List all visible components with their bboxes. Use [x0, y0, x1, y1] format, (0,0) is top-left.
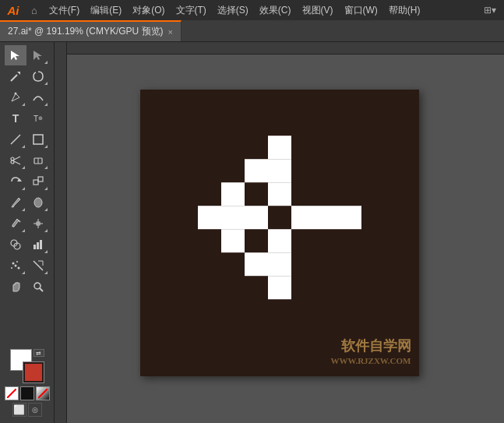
blob-brush-tool[interactable]: [27, 192, 49, 213]
pixel-r3c0: [198, 206, 221, 229]
scale-tool[interactable]: [27, 171, 49, 192]
curvature-tool[interactable]: [27, 87, 49, 108]
pixel-r1c3: [268, 159, 291, 182]
home-icon[interactable]: ⌂: [31, 5, 37, 16]
pixel-r2c2: [245, 182, 268, 206]
svg-point-8: [11, 160, 14, 164]
pixel-r0c4: [291, 136, 315, 159]
pixel-r2c1: [221, 182, 245, 206]
tool-row-transform: [0, 171, 54, 192]
svg-point-7: [11, 157, 14, 160]
menu-select[interactable]: 选择(S): [212, 2, 254, 19]
paintbrush-tool[interactable]: [5, 192, 26, 213]
pixel-r5c2: [245, 252, 268, 276]
tab-bar: 27.ai* @ 191.19% (CMYK/GPU 预览) ×: [0, 20, 504, 42]
tool-row-selection: [0, 45, 54, 65]
zoom-tool[interactable]: [27, 277, 49, 297]
line-segment-tool[interactable]: [5, 129, 26, 150]
pixel-r7c3: [268, 299, 291, 323]
pixel-r4c1: [221, 229, 245, 252]
pixel-r4c2: [245, 229, 268, 252]
svg-point-26: [12, 263, 15, 265]
stroke-fill-swatches[interactable]: ⇄: [10, 349, 44, 383]
menu-file[interactable]: 文件(F): [44, 2, 85, 19]
pixel-r3c2: [245, 206, 268, 229]
shape-builder-tool[interactable]: [5, 234, 26, 255]
selection-tool[interactable]: [5, 45, 26, 65]
pixel-r7c1: [221, 299, 245, 323]
type-tool[interactable]: T: [5, 108, 26, 129]
pixel-r3c5: [315, 206, 338, 229]
eyedropper-tool[interactable]: [5, 213, 26, 234]
pen-tool[interactable]: [5, 87, 26, 108]
svg-point-28: [15, 265, 17, 267]
chart-tool[interactable]: [27, 234, 49, 255]
none-swatch[interactable]: [5, 386, 19, 400]
swap-colors[interactable]: ⇄: [33, 349, 44, 357]
pixel-r0c3: [268, 136, 291, 159]
stroke-swatch[interactable]: [23, 361, 44, 383]
touch-type-tool[interactable]: T⊕: [27, 108, 49, 129]
mesh-tool[interactable]: [27, 213, 49, 234]
ruler-vertical: [55, 42, 67, 423]
rect-tool[interactable]: [27, 129, 49, 150]
menu-window[interactable]: 窗口(W): [339, 2, 383, 19]
slice-tool[interactable]: [27, 256, 49, 276]
view-mode-btn[interactable]: ◎: [28, 403, 42, 417]
pixel-r6c1: [221, 276, 245, 299]
svg-line-2: [11, 75, 17, 81]
svg-rect-14: [33, 180, 38, 185]
pixel-r7c6: [338, 299, 361, 323]
menu-edit[interactable]: 编辑(E): [85, 2, 127, 19]
pixel-r5c6: [338, 252, 361, 276]
workspace-switcher[interactable]: ⊞▾: [484, 5, 501, 16]
pixel-r6c5: [315, 276, 338, 299]
pixel-r7c2: [245, 299, 268, 323]
pixel-r2c5: [315, 182, 338, 206]
menu-view[interactable]: 视图(V): [297, 2, 339, 19]
svg-rect-25: [40, 240, 42, 249]
tool-row-navigate: [0, 277, 54, 297]
menu-object[interactable]: 对象(O): [127, 2, 170, 19]
watermark-line1: 软件自学网: [330, 337, 411, 355]
pixel-r0c0: [198, 136, 221, 159]
pixel-r3c3: [268, 206, 291, 229]
hand-tool[interactable]: [5, 277, 26, 297]
svg-point-32: [34, 283, 41, 289]
svg-line-10: [14, 161, 20, 164]
canvas-area: 软件自学网 WWW.RJZXW.COM: [55, 42, 504, 423]
menu-help[interactable]: 帮助(H): [383, 2, 426, 19]
pixel-r3c1: [221, 206, 245, 229]
svg-rect-24: [37, 242, 39, 249]
pixel-r2c0: [198, 182, 221, 206]
pixel-r2c6: [338, 182, 361, 206]
black-swatch[interactable]: [20, 386, 34, 400]
pixel-r4c3: [268, 229, 291, 252]
scissors-tool[interactable]: [5, 150, 26, 171]
pixel-art-canvas: [198, 136, 361, 323]
symbol-sprayer-tool[interactable]: [5, 256, 26, 276]
pixel-r0c6: [338, 136, 361, 159]
svg-point-4: [15, 93, 17, 95]
direct-selection-tool[interactable]: [27, 45, 49, 65]
eraser-tool[interactable]: [27, 150, 49, 171]
pixel-r5c4: [291, 252, 315, 276]
change-screen-mode[interactable]: ⬜: [12, 403, 26, 417]
svg-point-29: [11, 267, 12, 269]
magic-wand-tool[interactable]: [5, 66, 26, 86]
view-controls: ⬜ ◎: [12, 403, 42, 417]
pixel-r5c1: [221, 252, 245, 276]
rotate-tool[interactable]: [5, 171, 26, 192]
gradient-swatch[interactable]: [36, 386, 50, 400]
color-section: ⇄ ⬜ ◎: [0, 346, 54, 420]
svg-marker-0: [11, 51, 19, 60]
watermark-line2: WWW.RJZXW.COM: [330, 355, 411, 366]
tab-close-button[interactable]: ×: [168, 27, 173, 37]
lasso-tool[interactable]: [27, 66, 49, 86]
tool-row-shape: [0, 234, 54, 255]
pixel-r4c0: [198, 229, 221, 252]
menu-effect[interactable]: 效果(C): [254, 2, 297, 19]
document-tab[interactable]: 27.ai* @ 191.19% (CMYK/GPU 预览) ×: [0, 20, 182, 41]
menu-type[interactable]: 文字(T): [171, 2, 212, 19]
tool-row-eyedrop: [0, 213, 54, 234]
